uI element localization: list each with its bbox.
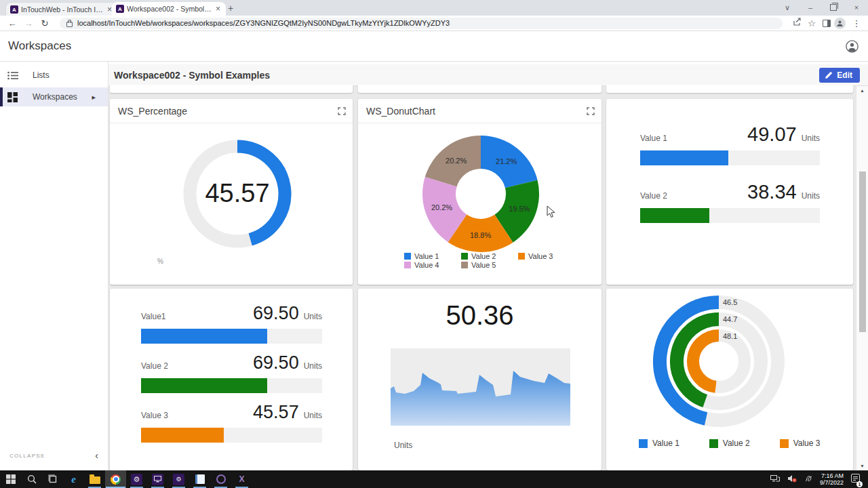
pencil-icon	[825, 71, 833, 79]
bar-fill	[141, 378, 267, 393]
system-tray: 7:16 AM 9/7/2022 1	[770, 472, 868, 487]
start-button[interactable]	[0, 470, 21, 488]
account-icon[interactable]	[846, 40, 859, 56]
bookmark-star-icon[interactable]: ☆	[804, 18, 819, 28]
legend-item: Value 1	[639, 439, 679, 448]
gauge-value: 45.57	[136, 179, 339, 208]
bar-value: 69.50	[253, 352, 299, 373]
bar-track	[640, 150, 820, 165]
aveva-monitor-app-icon[interactable]	[147, 470, 168, 488]
bar-fill	[640, 150, 728, 165]
legend-swatch	[461, 253, 468, 260]
legend-label: Value 1	[414, 252, 439, 260]
browser-tab-workspace002[interactable]: A Workspace002 - Symbol Exampl ×	[112, 2, 226, 16]
url-text: localhost/InTouchWeb/workspaces/workspac…	[77, 19, 450, 27]
tab-title: Workspace002 - Symbol Exampl	[127, 5, 212, 13]
tab-search-icon[interactable]: ∨	[776, 0, 799, 16]
card-ws-donutchart: WS_DonutChart 21.2%19.5%18.8%20.2%20.2% …	[358, 99, 601, 285]
card-title: WS_Percentage	[118, 106, 338, 117]
sidebar-item-lists[interactable]: Lists	[0, 66, 108, 85]
network-icon[interactable]	[770, 473, 780, 485]
svg-text:44.7: 44.7	[723, 315, 737, 323]
trend-value: 50.36	[358, 300, 601, 331]
pen-icon[interactable]	[804, 473, 812, 485]
edit-button[interactable]: Edit	[819, 68, 860, 83]
collapse-label: COLLAPSE	[9, 453, 45, 459]
sidebar-item-workspaces[interactable]: Workspaces ▸	[0, 87, 108, 106]
submenu-arrow-icon: ▸	[92, 93, 96, 102]
legend-swatch	[518, 253, 525, 260]
file-explorer-icon[interactable]	[84, 470, 105, 488]
minimize-button[interactable]: –	[799, 0, 822, 16]
collapse-chevron-icon: ‹	[95, 450, 98, 461]
sidebar-item-label: Lists	[33, 70, 50, 80]
aveva-system-app-icon[interactable]: ⚙	[168, 470, 189, 488]
taskbar-search-icon[interactable]	[21, 470, 42, 488]
scroll-down-icon[interactable]: ▼	[856, 464, 868, 468]
new-tab-button[interactable]: +	[224, 2, 237, 16]
task-view-icon[interactable]	[42, 470, 63, 488]
x-app-icon[interactable]: X	[231, 470, 252, 488]
volume-muted-icon[interactable]	[787, 473, 797, 485]
card-body: 46.544.748.1 Value 1Value 2Value 3	[606, 289, 853, 470]
internet-explorer-icon[interactable]: e	[63, 470, 84, 488]
side-panel-icon[interactable]	[819, 18, 834, 28]
expand-icon[interactable]	[587, 107, 595, 115]
address-bar[interactable]: localhost/InTouchWeb/workspaces/workspac…	[60, 18, 783, 29]
browser-toolbar: ← → ↻ localhost/InTouchWeb/workspaces/wo…	[0, 16, 868, 31]
clock-date: 9/7/2022	[820, 479, 844, 487]
aveva-favicon-icon: A	[116, 5, 124, 13]
bar-row: Value169.50Units	[141, 303, 322, 344]
clock-time: 7:16 AM	[820, 472, 844, 480]
reload-button[interactable]: ↻	[37, 18, 53, 28]
share-icon[interactable]	[789, 18, 804, 28]
legend-swatch	[461, 262, 468, 268]
close-button[interactable]: ×	[845, 0, 868, 16]
legend-label: Value 2	[471, 252, 496, 260]
circle-app-icon[interactable]	[210, 470, 231, 488]
taskbar-clock[interactable]: 7:16 AM 9/7/2022	[820, 472, 844, 487]
bar-label: Value 1	[640, 134, 747, 143]
bar-label: Value 2	[640, 191, 747, 201]
sidebar: Lists Workspaces ▸ COLLAPSE ‹	[0, 62, 108, 470]
bar-track	[640, 208, 820, 223]
aveva-app-icon[interactable]: ⚙	[126, 470, 147, 488]
restore-button[interactable]	[822, 0, 845, 16]
card-partial-top	[358, 85, 601, 93]
mouse-cursor	[547, 205, 555, 218]
legend-label: Value 3	[793, 439, 821, 448]
legend-item: Value 4	[404, 260, 461, 269]
card-partial-top	[110, 85, 353, 93]
scroll-up-icon[interactable]: ▲	[856, 88, 868, 93]
bar-units-label: Units	[802, 134, 820, 143]
chrome-icon[interactable]	[105, 470, 126, 488]
donut-legend: Value 1Value 2Value 3Value 4Value 5	[404, 251, 582, 269]
profile-avatar[interactable]	[834, 18, 849, 29]
browser-tab-intouchweb[interactable]: A InTouchWeb - InTouch Introducti ×	[5, 2, 118, 16]
browser-tab-strip: A InTouchWeb - InTouch Introducti × A Wo…	[0, 0, 868, 16]
legend-swatch	[404, 253, 411, 260]
browser-menu-icon[interactable]: ⋮	[849, 18, 864, 28]
restore-icon	[830, 4, 837, 11]
tab-close-icon[interactable]: ×	[214, 5, 222, 13]
sidebar-collapse[interactable]: COLLAPSE ‹	[0, 450, 108, 461]
legend-item: Value 3	[780, 439, 821, 448]
legend-swatch	[780, 439, 789, 448]
bar-header: Value169.50Units	[141, 303, 322, 324]
trend-area-chart	[391, 348, 570, 426]
card-header: WS_Percentage	[110, 99, 353, 123]
expand-icon[interactable]	[338, 107, 346, 115]
bar-fill	[640, 208, 709, 223]
legend-label: Value 2	[723, 439, 750, 448]
back-button[interactable]: ←	[4, 18, 20, 28]
scrollbar-thumb[interactable]	[859, 171, 866, 332]
vertical-scrollbar[interactable]: ▲ ▼	[856, 86, 868, 470]
forward-button[interactable]: →	[20, 18, 37, 28]
notepad-icon[interactable]	[189, 470, 210, 488]
legend-swatch	[709, 439, 718, 448]
bar-label: Value 2	[141, 361, 253, 371]
workspace-content: Workspace002 - Symbol Examples Edit WS_P…	[108, 62, 868, 470]
workspace-title: Workspace002 - Symbol Examples	[114, 70, 270, 81]
browser-actions: ☆ ⋮	[789, 18, 864, 29]
action-center-icon[interactable]: 1	[851, 473, 860, 485]
